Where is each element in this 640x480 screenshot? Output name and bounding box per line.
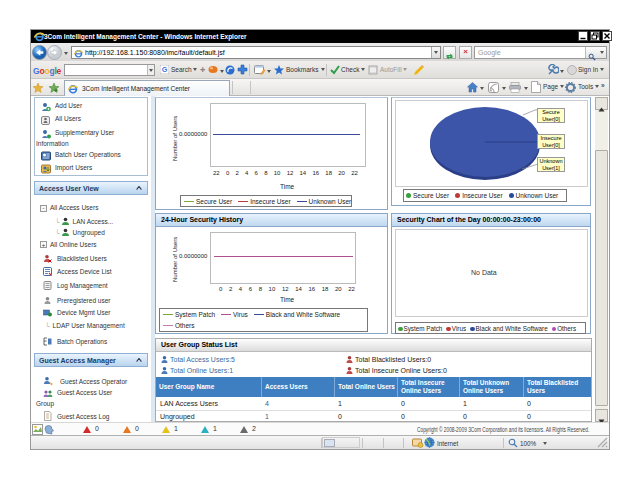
svg-text:G: G (162, 65, 168, 74)
